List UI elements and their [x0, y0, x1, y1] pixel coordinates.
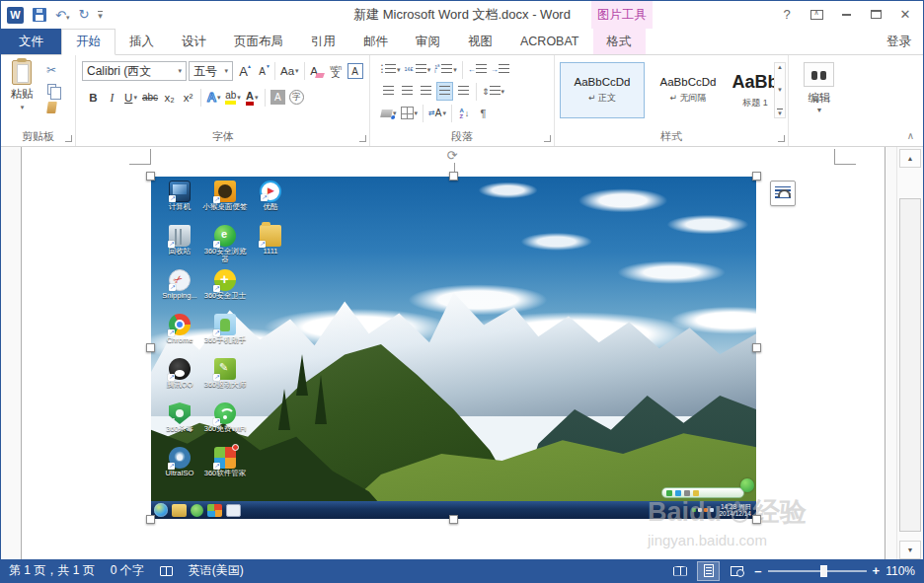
minimize-button[interactable]	[831, 3, 861, 26]
shrink-font-button[interactable]: A	[254, 62, 270, 81]
page-indicator[interactable]: 第 1 页，共 1 页	[1, 559, 103, 582]
resize-handle-top-right[interactable]	[752, 172, 761, 181]
bullets-button[interactable]: ▾	[380, 60, 401, 79]
scroll-down-icon[interactable]: ▼	[777, 86, 783, 94]
justify-button[interactable]	[436, 82, 453, 101]
tab-file[interactable]: 文件	[1, 29, 61, 54]
word-logo-icon[interactable]: W	[7, 7, 24, 24]
style-card[interactable]: AaBb 标题 1	[732, 62, 779, 118]
align-center-button[interactable]	[399, 82, 416, 101]
font-family-combo[interactable]: Calibri (西文▾	[82, 61, 187, 81]
paragraph-dialog-launcher[interactable]	[544, 135, 551, 142]
tab-insert[interactable]: 插入	[116, 29, 168, 54]
paste-button[interactable]: 粘贴 ▾	[4, 60, 39, 127]
resize-handle-bottom-right[interactable]	[752, 515, 761, 524]
tab-acrobat[interactable]: ACROBAT	[506, 29, 593, 54]
embedded-screenshot-image[interactable]: 计算机 小猴桌面便签 优酷 回收站 360安全浏览器	[151, 177, 756, 519]
zoom-slider-thumb[interactable]	[820, 565, 827, 577]
grow-font-button[interactable]: A	[235, 62, 252, 81]
resize-handle-bottom-center[interactable]	[449, 515, 458, 524]
resize-handle-top-left[interactable]	[146, 172, 155, 181]
align-left-button[interactable]	[380, 82, 397, 101]
font-size-combo[interactable]: 五号▾	[189, 61, 233, 81]
clipboard-dialog-launcher[interactable]	[65, 135, 72, 142]
zoom-out-button[interactable]: –	[754, 563, 761, 578]
align-right-button[interactable]	[418, 82, 434, 101]
phonetic-guide-button[interactable]: wén文	[328, 62, 345, 81]
document-area[interactable]: 计算机 小猴桌面便签 优酷 回收站 360安全浏览器	[1, 147, 923, 561]
rotation-handle[interactable]: ⟳	[447, 149, 458, 163]
tab-review[interactable]: 审阅	[402, 29, 454, 54]
more-styles-icon[interactable]: ▼	[777, 109, 783, 117]
distribute-button[interactable]	[455, 82, 472, 101]
multilevel-list-button[interactable]: ▾	[433, 60, 458, 79]
resize-handle-bottom-left[interactable]	[146, 515, 155, 524]
bold-button[interactable]: B	[85, 88, 102, 107]
font-color-button[interactable]: A▾	[244, 88, 261, 107]
shading-button[interactable]: ▾	[380, 104, 398, 122]
cut-icon[interactable]: ✂	[46, 63, 56, 77]
zoom-slider[interactable]	[768, 570, 867, 572]
picture-tools-badge[interactable]: 图片工具	[591, 1, 653, 29]
change-case-button[interactable]: Aa▾	[279, 62, 300, 81]
zoom-in-button[interactable]: +	[873, 563, 881, 578]
highlight-button[interactable]: ab▾	[224, 88, 242, 107]
underline-button[interactable]: U▾	[122, 88, 139, 107]
style-card[interactable]: AaBbCcDd ↵ 正文	[560, 62, 645, 118]
scroll-up-icon[interactable]: ▲	[777, 63, 783, 71]
character-shading-button[interactable]: A	[270, 88, 286, 107]
enclose-characters-button[interactable]: 字	[288, 88, 305, 107]
strikethrough-button[interactable]: abc	[141, 88, 159, 107]
character-border-button[interactable]: A	[346, 62, 364, 81]
web-layout-button[interactable]	[726, 561, 748, 581]
resize-handle-top-center[interactable]	[449, 172, 458, 181]
numbering-button[interactable]: ▾	[403, 60, 431, 79]
format-painter-icon[interactable]	[46, 102, 57, 113]
style-card[interactable]: AaBbCcDd ↵ 无间隔	[648, 62, 729, 118]
italic-button[interactable]: I	[104, 88, 120, 107]
tab-mailings[interactable]: 邮件	[349, 29, 402, 54]
increase-indent-button[interactable]: →	[490, 60, 510, 79]
qat-customize-icon[interactable]: ▾	[98, 11, 103, 20]
asian-layout-button[interactable]: ⇄A▾	[427, 104, 447, 122]
show-hide-marks-button[interactable]: ¶	[475, 104, 492, 122]
ribbon-display-options-button[interactable]	[802, 3, 831, 26]
redo-icon[interactable]: ↻	[78, 8, 89, 22]
tab-format[interactable]: 格式	[593, 29, 646, 54]
tab-home[interactable]: 开始	[61, 29, 116, 55]
scroll-up-button[interactable]: ▲	[899, 149, 921, 168]
tab-references[interactable]: 引用	[297, 29, 349, 54]
undo-button[interactable]: ↶▾	[55, 6, 69, 24]
language-indicator[interactable]: 英语(美国)	[181, 559, 252, 582]
sort-button[interactable]: AZ↓	[456, 104, 473, 122]
vertical-scrollbar[interactable]: ▲ ▼	[896, 147, 923, 561]
scroll-down-button[interactable]: ▼	[899, 541, 921, 559]
subscript-button[interactable]: x₂	[161, 88, 178, 107]
tab-page-layout[interactable]: 页面布局	[220, 29, 297, 54]
sign-in-link[interactable]: 登录	[875, 29, 923, 54]
print-layout-button[interactable]	[697, 561, 720, 581]
line-spacing-button[interactable]: ⇕▾	[481, 82, 505, 101]
collapse-ribbon-icon[interactable]: ∧	[907, 130, 914, 141]
editing-dropdown-icon[interactable]: ▼	[789, 107, 850, 113]
maximize-button[interactable]	[861, 3, 890, 26]
superscript-button[interactable]: x²	[180, 88, 196, 107]
font-dialog-launcher[interactable]	[359, 135, 366, 142]
find-button[interactable]	[804, 62, 834, 87]
close-button[interactable]: ✕	[890, 3, 920, 26]
borders-button[interactable]: ▾	[400, 104, 420, 122]
save-icon[interactable]	[33, 8, 46, 22]
copy-icon[interactable]	[47, 84, 56, 95]
decrease-indent-button[interactable]: ←	[467, 60, 488, 79]
layout-options-button[interactable]	[770, 181, 796, 206]
zoom-level[interactable]: 110%	[886, 564, 915, 578]
resize-handle-middle-right[interactable]	[752, 343, 761, 352]
tab-design[interactable]: 设计	[168, 29, 220, 54]
help-button[interactable]: ?	[772, 3, 802, 26]
word-count[interactable]: 0 个字	[103, 559, 152, 582]
read-mode-button[interactable]	[668, 561, 691, 581]
clear-formatting-button[interactable]: A	[309, 62, 326, 81]
proofing-status[interactable]	[152, 559, 181, 582]
resize-handle-middle-left[interactable]	[146, 343, 155, 352]
styles-dialog-launcher[interactable]	[778, 135, 785, 142]
